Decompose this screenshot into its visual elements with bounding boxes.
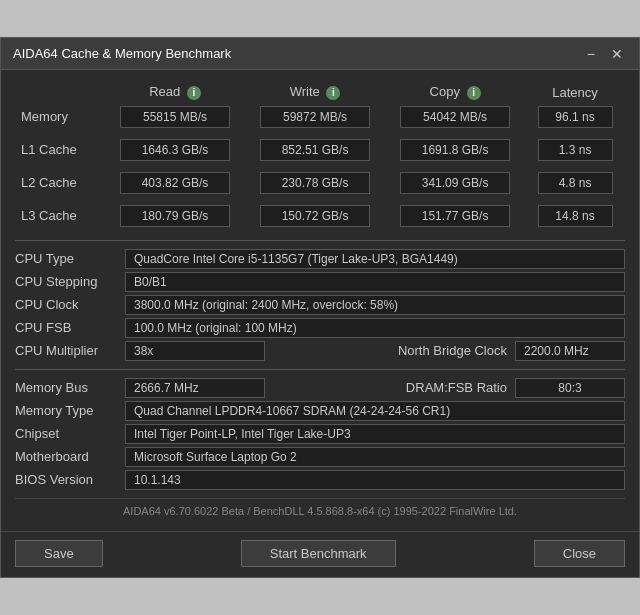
bios-row: BIOS Version 10.1.143 [15,470,625,490]
cpu-type-row: CPU Type QuadCore Intel Core i5-1135G7 (… [15,249,625,269]
latency-column-header: Latency [525,80,625,104]
cpu-multiplier-row: CPU Multiplier 38x North Bridge Clock 22… [15,341,625,361]
write-info-icon[interactable]: i [326,86,340,100]
cpu-multiplier-label: CPU Multiplier [15,343,125,358]
cpu-fsb-label: CPU FSB [15,320,125,335]
bench-row-label: Memory [15,104,105,131]
memory-type-value: Quad Channel LPDDR4-10667 SDRAM (24-24-2… [125,401,625,421]
bench-copy-value: 341.09 GB/s [400,172,510,194]
table-row: Memory 55815 MB/s 59872 MB/s 54042 MB/s … [15,104,625,131]
bench-write-cell: 150.72 GB/s [245,197,385,230]
dram-fsb-value: 80:3 [515,378,625,398]
bench-latency-cell: 1.3 ns [525,131,625,164]
dram-fsb-label: DRAM:FSB Ratio [406,380,515,395]
bench-read-value: 55815 MB/s [120,106,230,128]
memory-type-label: Memory Type [15,403,125,418]
bios-value: 10.1.143 [125,470,625,490]
bench-row-label: L2 Cache [15,164,105,197]
cpu-stepping-value: B0/B1 [125,272,625,292]
cpu-type-label: CPU Type [15,251,125,266]
bench-copy-value: 1691.8 GB/s [400,139,510,161]
chipset-value: Intel Tiger Point-LP, Intel Tiger Lake-U… [125,424,625,444]
cpu-stepping-label: CPU Stepping [15,274,125,289]
bench-read-value: 1646.3 GB/s [120,139,230,161]
bench-latency-cell: 4.8 ns [525,164,625,197]
close-window-button[interactable]: ✕ [607,47,627,61]
bench-read-value: 403.82 GB/s [120,172,230,194]
bench-read-cell: 403.82 GB/s [105,164,245,197]
north-bridge-value: 2200.0 MHz [515,341,625,361]
minimize-button[interactable]: − [583,47,599,61]
cpu-type-value: QuadCore Intel Core i5-1135G7 (Tiger Lak… [125,249,625,269]
close-button[interactable]: Close [534,540,625,567]
bench-copy-value: 54042 MB/s [400,106,510,128]
bios-label: BIOS Version [15,472,125,487]
motherboard-label: Motherboard [15,449,125,464]
cpu-info-section: CPU Type QuadCore Intel Core i5-1135G7 (… [15,240,625,361]
memory-type-row: Memory Type Quad Channel LPDDR4-10667 SD… [15,401,625,421]
bench-read-cell: 1646.3 GB/s [105,131,245,164]
read-info-icon[interactable]: i [187,86,201,100]
motherboard-value: Microsoft Surface Laptop Go 2 [125,447,625,467]
cpu-fsb-row: CPU FSB 100.0 MHz (original: 100 MHz) [15,318,625,338]
bench-read-cell: 55815 MB/s [105,104,245,131]
save-button[interactable]: Save [15,540,103,567]
cpu-clock-label: CPU Clock [15,297,125,312]
cpu-multiplier-value: 38x [125,341,265,361]
content-area: Read i Write i Copy i Latency Memory [1,70,639,531]
window-title: AIDA64 Cache & Memory Benchmark [13,46,231,61]
bench-copy-cell: 151.77 GB/s [385,197,525,230]
bench-copy-value: 151.77 GB/s [400,205,510,227]
main-window: AIDA64 Cache & Memory Benchmark − ✕ Read… [0,37,640,578]
bench-latency-cell: 96.1 ns [525,104,625,131]
memory-bus-row: Memory Bus 2666.7 MHz DRAM:FSB Ratio 80:… [15,378,625,398]
bench-write-cell: 230.78 GB/s [245,164,385,197]
cpu-fsb-value: 100.0 MHz (original: 100 MHz) [125,318,625,338]
benchmark-table: Read i Write i Copy i Latency Memory [15,80,625,230]
cpu-clock-row: CPU Clock 3800.0 MHz (original: 2400 MHz… [15,295,625,315]
read-column-header: Read i [105,80,245,104]
start-benchmark-button[interactable]: Start Benchmark [241,540,396,567]
motherboard-row: Motherboard Microsoft Surface Laptop Go … [15,447,625,467]
chipset-row: Chipset Intel Tiger Point-LP, Intel Tige… [15,424,625,444]
footer-text: AIDA64 v6.70.6022 Beta / BenchDLL 4.5.86… [15,498,625,521]
table-row: L3 Cache 180.79 GB/s 150.72 GB/s 151.77 … [15,197,625,230]
copy-column-header: Copy i [385,80,525,104]
bench-write-value: 150.72 GB/s [260,205,370,227]
bench-latency-value: 1.3 ns [538,139,613,161]
write-column-header: Write i [245,80,385,104]
copy-info-icon[interactable]: i [467,86,481,100]
bench-copy-cell: 341.09 GB/s [385,164,525,197]
bench-copy-cell: 54042 MB/s [385,104,525,131]
bench-write-cell: 852.51 GB/s [245,131,385,164]
memory-info-section: Memory Bus 2666.7 MHz DRAM:FSB Ratio 80:… [15,369,625,490]
bench-write-cell: 59872 MB/s [245,104,385,131]
memory-bus-value: 2666.7 MHz [125,378,265,398]
bench-latency-value: 4.8 ns [538,172,613,194]
title-bar-controls: − ✕ [583,47,627,61]
bench-copy-cell: 1691.8 GB/s [385,131,525,164]
bench-latency-value: 14.8 ns [538,205,613,227]
cpu-stepping-row: CPU Stepping B0/B1 [15,272,625,292]
table-row: L1 Cache 1646.3 GB/s 852.51 GB/s 1691.8 … [15,131,625,164]
memory-bus-label: Memory Bus [15,380,125,395]
bench-latency-cell: 14.8 ns [525,197,625,230]
north-bridge-label: North Bridge Clock [378,343,507,358]
bench-write-value: 230.78 GB/s [260,172,370,194]
bench-write-value: 59872 MB/s [260,106,370,128]
button-bar: Save Start Benchmark Close [1,531,639,577]
chipset-label: Chipset [15,426,125,441]
title-bar: AIDA64 Cache & Memory Benchmark − ✕ [1,38,639,70]
bench-read-value: 180.79 GB/s [120,205,230,227]
cpu-clock-value: 3800.0 MHz (original: 2400 MHz, overcloc… [125,295,625,315]
bench-row-label: L3 Cache [15,197,105,230]
bench-read-cell: 180.79 GB/s [105,197,245,230]
bench-write-value: 852.51 GB/s [260,139,370,161]
bench-row-label: L1 Cache [15,131,105,164]
bench-latency-value: 96.1 ns [538,106,613,128]
table-row: L2 Cache 403.82 GB/s 230.78 GB/s 341.09 … [15,164,625,197]
